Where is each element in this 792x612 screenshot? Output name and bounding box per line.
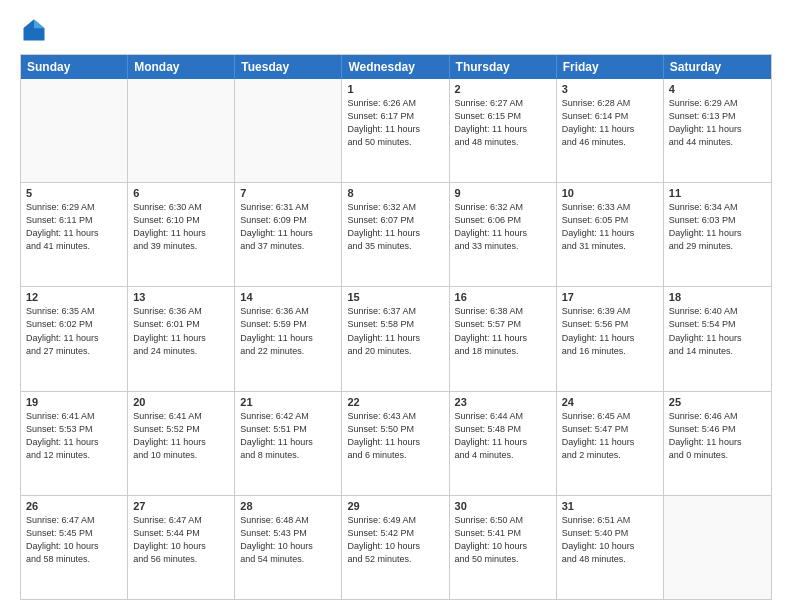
- cal-cell: 3Sunrise: 6:28 AMSunset: 6:14 PMDaylight…: [557, 79, 664, 182]
- cal-cell: 4Sunrise: 6:29 AMSunset: 6:13 PMDaylight…: [664, 79, 771, 182]
- calendar-header: SundayMondayTuesdayWednesdayThursdayFrid…: [21, 55, 771, 79]
- svg-marker-2: [24, 20, 35, 29]
- day-info: Sunrise: 6:50 AMSunset: 5:41 PMDaylight:…: [455, 514, 551, 566]
- day-number: 8: [347, 187, 443, 199]
- day-number: 2: [455, 83, 551, 95]
- day-info: Sunrise: 6:29 AMSunset: 6:13 PMDaylight:…: [669, 97, 766, 149]
- day-number: 30: [455, 500, 551, 512]
- cal-cell: 6Sunrise: 6:30 AMSunset: 6:10 PMDaylight…: [128, 183, 235, 286]
- cal-cell: 23Sunrise: 6:44 AMSunset: 5:48 PMDayligh…: [450, 392, 557, 495]
- header-day-saturday: Saturday: [664, 55, 771, 79]
- week-row-4: 19Sunrise: 6:41 AMSunset: 5:53 PMDayligh…: [21, 392, 771, 496]
- header: [20, 16, 772, 44]
- day-info: Sunrise: 6:32 AMSunset: 6:07 PMDaylight:…: [347, 201, 443, 253]
- day-info: Sunrise: 6:39 AMSunset: 5:56 PMDaylight:…: [562, 305, 658, 357]
- cal-cell: 25Sunrise: 6:46 AMSunset: 5:46 PMDayligh…: [664, 392, 771, 495]
- day-info: Sunrise: 6:46 AMSunset: 5:46 PMDaylight:…: [669, 410, 766, 462]
- header-day-monday: Monday: [128, 55, 235, 79]
- day-number: 20: [133, 396, 229, 408]
- day-info: Sunrise: 6:35 AMSunset: 6:02 PMDaylight:…: [26, 305, 122, 357]
- cal-cell: 5Sunrise: 6:29 AMSunset: 6:11 PMDaylight…: [21, 183, 128, 286]
- day-info: Sunrise: 6:30 AMSunset: 6:10 PMDaylight:…: [133, 201, 229, 253]
- day-info: Sunrise: 6:44 AMSunset: 5:48 PMDaylight:…: [455, 410, 551, 462]
- week-row-3: 12Sunrise: 6:35 AMSunset: 6:02 PMDayligh…: [21, 287, 771, 391]
- logo: [20, 16, 52, 44]
- day-number: 9: [455, 187, 551, 199]
- day-info: Sunrise: 6:45 AMSunset: 5:47 PMDaylight:…: [562, 410, 658, 462]
- day-number: 6: [133, 187, 229, 199]
- cal-cell: 19Sunrise: 6:41 AMSunset: 5:53 PMDayligh…: [21, 392, 128, 495]
- cal-cell: 15Sunrise: 6:37 AMSunset: 5:58 PMDayligh…: [342, 287, 449, 390]
- week-row-2: 5Sunrise: 6:29 AMSunset: 6:11 PMDaylight…: [21, 183, 771, 287]
- cal-cell: 8Sunrise: 6:32 AMSunset: 6:07 PMDaylight…: [342, 183, 449, 286]
- day-info: Sunrise: 6:41 AMSunset: 5:52 PMDaylight:…: [133, 410, 229, 462]
- day-number: 11: [669, 187, 766, 199]
- cal-cell: 28Sunrise: 6:48 AMSunset: 5:43 PMDayligh…: [235, 496, 342, 599]
- day-number: 19: [26, 396, 122, 408]
- cal-cell: 14Sunrise: 6:36 AMSunset: 5:59 PMDayligh…: [235, 287, 342, 390]
- header-day-sunday: Sunday: [21, 55, 128, 79]
- day-info: Sunrise: 6:33 AMSunset: 6:05 PMDaylight:…: [562, 201, 658, 253]
- cal-cell: 2Sunrise: 6:27 AMSunset: 6:15 PMDaylight…: [450, 79, 557, 182]
- day-info: Sunrise: 6:31 AMSunset: 6:09 PMDaylight:…: [240, 201, 336, 253]
- day-info: Sunrise: 6:28 AMSunset: 6:14 PMDaylight:…: [562, 97, 658, 149]
- cal-cell: 21Sunrise: 6:42 AMSunset: 5:51 PMDayligh…: [235, 392, 342, 495]
- day-number: 29: [347, 500, 443, 512]
- header-day-tuesday: Tuesday: [235, 55, 342, 79]
- cal-cell: 29Sunrise: 6:49 AMSunset: 5:42 PMDayligh…: [342, 496, 449, 599]
- cal-cell: 31Sunrise: 6:51 AMSunset: 5:40 PMDayligh…: [557, 496, 664, 599]
- day-info: Sunrise: 6:29 AMSunset: 6:11 PMDaylight:…: [26, 201, 122, 253]
- week-row-5: 26Sunrise: 6:47 AMSunset: 5:45 PMDayligh…: [21, 496, 771, 599]
- day-number: 17: [562, 291, 658, 303]
- day-info: Sunrise: 6:48 AMSunset: 5:43 PMDaylight:…: [240, 514, 336, 566]
- day-number: 5: [26, 187, 122, 199]
- day-number: 13: [133, 291, 229, 303]
- day-info: Sunrise: 6:26 AMSunset: 6:17 PMDaylight:…: [347, 97, 443, 149]
- day-info: Sunrise: 6:43 AMSunset: 5:50 PMDaylight:…: [347, 410, 443, 462]
- day-info: Sunrise: 6:36 AMSunset: 5:59 PMDaylight:…: [240, 305, 336, 357]
- day-number: 12: [26, 291, 122, 303]
- cal-cell: [128, 79, 235, 182]
- logo-icon: [20, 16, 48, 44]
- svg-marker-1: [34, 20, 45, 29]
- cal-cell: 27Sunrise: 6:47 AMSunset: 5:44 PMDayligh…: [128, 496, 235, 599]
- day-info: Sunrise: 6:47 AMSunset: 5:44 PMDaylight:…: [133, 514, 229, 566]
- day-number: 21: [240, 396, 336, 408]
- day-number: 18: [669, 291, 766, 303]
- day-number: 27: [133, 500, 229, 512]
- cal-cell: 16Sunrise: 6:38 AMSunset: 5:57 PMDayligh…: [450, 287, 557, 390]
- day-number: 14: [240, 291, 336, 303]
- day-number: 24: [562, 396, 658, 408]
- cal-cell: 22Sunrise: 6:43 AMSunset: 5:50 PMDayligh…: [342, 392, 449, 495]
- week-row-1: 1Sunrise: 6:26 AMSunset: 6:17 PMDaylight…: [21, 79, 771, 183]
- day-number: 16: [455, 291, 551, 303]
- day-info: Sunrise: 6:40 AMSunset: 5:54 PMDaylight:…: [669, 305, 766, 357]
- day-info: Sunrise: 6:38 AMSunset: 5:57 PMDaylight:…: [455, 305, 551, 357]
- cal-cell: 10Sunrise: 6:33 AMSunset: 6:05 PMDayligh…: [557, 183, 664, 286]
- day-info: Sunrise: 6:36 AMSunset: 6:01 PMDaylight:…: [133, 305, 229, 357]
- day-number: 10: [562, 187, 658, 199]
- cal-cell: 17Sunrise: 6:39 AMSunset: 5:56 PMDayligh…: [557, 287, 664, 390]
- cal-cell: 20Sunrise: 6:41 AMSunset: 5:52 PMDayligh…: [128, 392, 235, 495]
- day-number: 1: [347, 83, 443, 95]
- day-info: Sunrise: 6:27 AMSunset: 6:15 PMDaylight:…: [455, 97, 551, 149]
- day-info: Sunrise: 6:34 AMSunset: 6:03 PMDaylight:…: [669, 201, 766, 253]
- cal-cell: 13Sunrise: 6:36 AMSunset: 6:01 PMDayligh…: [128, 287, 235, 390]
- day-info: Sunrise: 6:47 AMSunset: 5:45 PMDaylight:…: [26, 514, 122, 566]
- day-number: 3: [562, 83, 658, 95]
- cal-cell: [235, 79, 342, 182]
- day-info: Sunrise: 6:51 AMSunset: 5:40 PMDaylight:…: [562, 514, 658, 566]
- day-number: 23: [455, 396, 551, 408]
- cal-cell: 24Sunrise: 6:45 AMSunset: 5:47 PMDayligh…: [557, 392, 664, 495]
- cal-cell: 26Sunrise: 6:47 AMSunset: 5:45 PMDayligh…: [21, 496, 128, 599]
- cal-cell: 9Sunrise: 6:32 AMSunset: 6:06 PMDaylight…: [450, 183, 557, 286]
- cal-cell: [664, 496, 771, 599]
- cal-cell: 7Sunrise: 6:31 AMSunset: 6:09 PMDaylight…: [235, 183, 342, 286]
- day-number: 7: [240, 187, 336, 199]
- day-number: 25: [669, 396, 766, 408]
- day-number: 28: [240, 500, 336, 512]
- day-number: 22: [347, 396, 443, 408]
- day-info: Sunrise: 6:37 AMSunset: 5:58 PMDaylight:…: [347, 305, 443, 357]
- day-info: Sunrise: 6:42 AMSunset: 5:51 PMDaylight:…: [240, 410, 336, 462]
- day-number: 15: [347, 291, 443, 303]
